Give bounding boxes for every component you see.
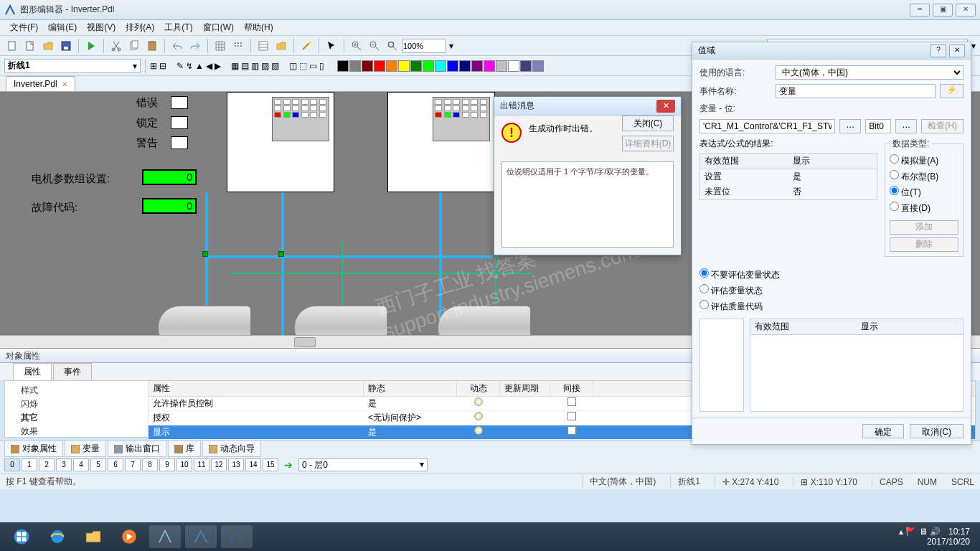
delete-button[interactable]: 删除 [890,237,958,252]
dialog-close-icon[interactable]: ✕ [656,100,675,113]
checkbox[interactable] [567,397,576,406]
status-list[interactable]: 有效范围显示 [750,319,963,412]
lang-select[interactable]: 中文(简体，中国) [776,65,963,80]
copy-icon[interactable] [126,38,142,54]
layer-button-0[interactable]: 0 [4,458,20,471]
cancel-button[interactable]: 取消(C) [910,424,963,438]
undo-icon[interactable] [169,38,185,54]
obj3-icon[interactable]: ▲ [195,61,204,71]
layer-button-12[interactable]: 12 [211,458,227,471]
tab-close-icon[interactable]: ✕ [62,80,67,88]
layer-button-9[interactable]: 9 [159,458,175,471]
object-combo[interactable]: 折线1▾ [4,59,141,73]
bulb-icon[interactable] [474,426,483,435]
snap-icon[interactable] [230,38,246,54]
layer-button-8[interactable]: 8 [142,458,158,471]
close-button[interactable]: ✕ [956,4,976,17]
inverter-1[interactable] [227,92,334,192]
layer-button-7[interactable]: 7 [125,458,141,471]
maximize-button[interactable]: ▣ [933,4,953,17]
bit-browse-button[interactable]: … [895,119,917,133]
bulb-icon[interactable] [474,412,483,420]
layer-button-6[interactable]: 6 [108,458,123,471]
layer-next-icon[interactable]: ➔ [280,459,297,471]
dt-direct[interactable]: 直接(D) [890,202,958,215]
color-swatch[interactable] [496,60,507,72]
menu-edit[interactable]: 编辑(E) [44,20,81,35]
color-swatch[interactable] [362,60,373,72]
menu-arrange[interactable]: 排列(A) [121,20,159,35]
handle[interactable] [202,251,208,257]
explorer-icon[interactable] [77,525,109,548]
color-swatch[interactable] [484,60,495,72]
dt-bool[interactable]: 布尔型(B) [890,170,958,183]
obj1-icon[interactable]: ✎ [176,61,184,71]
arr4-icon[interactable]: ▨ [261,61,269,71]
system-tray[interactable]: ▴ 🚩 🖥 🔊 10:172017/10/20 [899,527,974,547]
color-swatch[interactable] [410,60,422,72]
color-swatch[interactable] [459,60,471,72]
polyline-seg2[interactable] [205,255,492,258]
layer-button-1[interactable]: 1 [22,458,37,471]
color-swatch[interactable] [374,60,385,72]
sz3-icon[interactable]: ▭ [309,61,317,71]
task-app1[interactable] [149,525,181,548]
color-swatch[interactable] [508,60,519,72]
checkbox[interactable] [567,426,576,435]
layer-button-2[interactable]: 2 [39,458,55,471]
cut-icon[interactable] [108,38,124,54]
new2-icon[interactable] [22,38,38,54]
color-swatch[interactable] [349,60,361,72]
task-app2[interactable] [185,525,217,548]
eval-none[interactable]: 不要评估变量状态 [699,268,963,281]
layer-button-5[interactable]: 5 [90,458,106,471]
add-button[interactable]: 添加 [890,220,958,235]
btab-output[interactable]: 输出窗口 [108,441,166,457]
open-icon[interactable] [40,38,56,54]
ok-button[interactable]: 确定 [862,424,904,438]
color-swatch[interactable] [337,60,349,72]
tab-events[interactable]: 事件 [53,363,92,380]
menu-file[interactable]: 文件(F) [6,20,42,35]
wizard-icon[interactable] [298,38,314,54]
color-swatch[interactable] [435,60,446,72]
obj5-icon[interactable]: ▶ [215,61,221,71]
btab-vars[interactable]: 变量 [65,441,106,457]
event-name-input[interactable] [776,84,936,98]
menu-window[interactable]: 窗口(W) [199,20,238,35]
panel-close-button[interactable]: ✕ [949,44,965,57]
polyline-seg3[interactable] [281,192,284,336]
layer-select[interactable]: 0 - 层0▾ [298,458,428,471]
layer-button-3[interactable]: 3 [56,458,72,471]
handle[interactable] [278,251,284,257]
check-button[interactable]: 检查(H) [921,119,963,133]
checkbox[interactable] [567,412,576,420]
eval-var[interactable]: 评估变量状态 [699,284,963,297]
sz4-icon[interactable]: ▯ [319,61,324,71]
color-swatch[interactable] [447,60,458,72]
folder-icon[interactable] [273,38,289,54]
ie-icon[interactable] [42,525,73,548]
arr3-icon[interactable]: ▥ [251,61,259,71]
obj4-icon[interactable]: ◀ [206,61,212,71]
align-icon[interactable]: ⊞ [150,61,157,71]
grid-icon[interactable] [212,38,228,54]
run-icon[interactable] [83,38,99,54]
zoomfit-icon[interactable] [385,38,400,54]
mediaplayer-icon[interactable] [113,525,145,548]
color-swatch[interactable] [423,60,434,72]
eval-quality[interactable]: 评估质量代码 [699,300,963,313]
tree-style[interactable]: 样式 [11,384,142,397]
layer-button-4[interactable]: 4 [73,458,89,471]
arr1-icon[interactable]: ▦ [231,61,239,71]
error-detail-text[interactable]: 位说明仅适用于 1 个字节/字/双字的变量。 [501,161,674,248]
new-icon[interactable] [4,38,20,54]
menu-view[interactable]: 视图(V) [83,20,120,35]
var-browse-button[interactable]: … [839,119,861,133]
btab-objprop[interactable]: 对象属性 [4,441,63,457]
tab-properties[interactable]: 属性 [13,363,52,380]
dt-bit[interactable]: 位(T) [890,186,958,199]
pointer-icon[interactable] [324,38,339,54]
tab-inverter[interactable]: Inverter.Pdl✕ [6,76,75,91]
var-expr-input[interactable] [699,119,835,133]
